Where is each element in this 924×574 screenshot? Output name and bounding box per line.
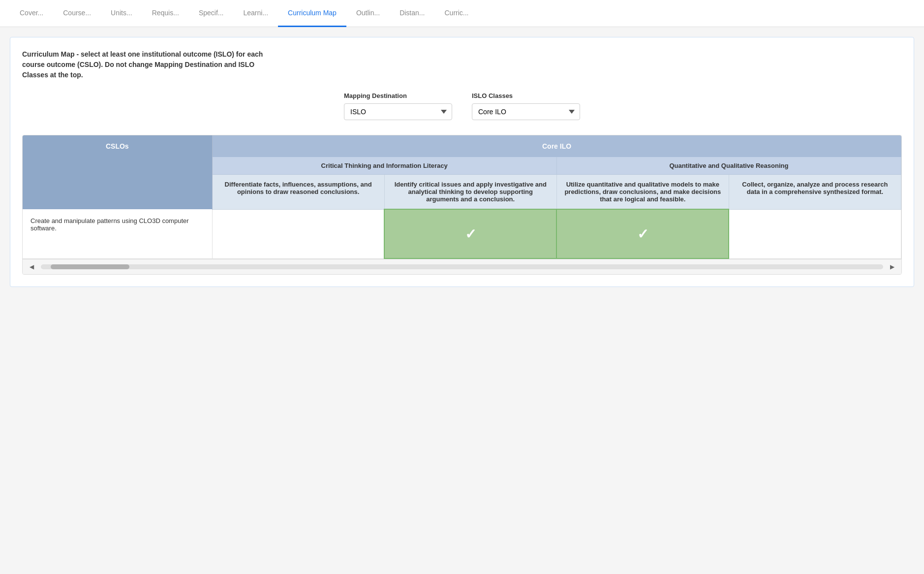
- tab-curriculum-map[interactable]: Curriculum Map: [278, 0, 346, 27]
- dropdowns-row: Mapping Destination ISLO ISLO Classes Co…: [22, 92, 902, 120]
- tab-curric[interactable]: Curric...: [435, 0, 479, 27]
- check-cell-3[interactable]: [729, 209, 901, 258]
- scroll-right-arrow[interactable]: ▶: [887, 262, 897, 271]
- instructions-text: Curriculum Map - select at least one ins…: [22, 49, 268, 80]
- tab-outlin[interactable]: Outlin...: [346, 0, 390, 27]
- scroll-left-arrow[interactable]: ◀: [27, 262, 37, 271]
- curriculum-map-card: Curriculum Map - select at least one ins…: [10, 37, 914, 287]
- th-quantitative-reasoning: Quantitative and Qualitative Reasoning: [556, 157, 901, 175]
- th-desc-3: Collect, organize, analyze and process r…: [729, 175, 901, 210]
- cslo-cell: Create and manipulate patterns using CLO…: [23, 209, 212, 258]
- tab-cover[interactable]: Cover...: [10, 0, 53, 27]
- tab-learni[interactable]: Learni...: [233, 0, 278, 27]
- mapping-destination-label: Mapping Destination: [344, 92, 452, 99]
- scrollbar-thumb[interactable]: [51, 264, 129, 269]
- curriculum-map-table-container: CSLOs Core ILO Critical Thinking and Inf…: [22, 135, 902, 275]
- th-desc-1: Identify critical issues and apply inves…: [384, 175, 556, 210]
- th-desc-0: Differentiate facts, influences, assumpt…: [212, 175, 384, 210]
- tab-units[interactable]: Units...: [101, 0, 142, 27]
- check-cell-0[interactable]: [212, 209, 384, 258]
- th-cslos: CSLOs: [23, 135, 212, 209]
- scrollbar-track[interactable]: [41, 264, 883, 269]
- mapping-destination-group: Mapping Destination ISLO: [344, 92, 452, 120]
- tab-specif[interactable]: Specif...: [189, 0, 234, 27]
- tab-distan[interactable]: Distan...: [390, 0, 434, 27]
- scrollbar-row: ◀ ▶: [23, 259, 901, 274]
- table-row: Create and manipulate patterns using CLO…: [23, 209, 901, 258]
- islo-classes-select[interactable]: Core ILO: [472, 103, 580, 120]
- tab-bar: Cover... Course... Units... Requis... Sp…: [0, 0, 924, 27]
- checkmark-1: ✓: [465, 226, 476, 242]
- tab-course[interactable]: Course...: [53, 0, 101, 27]
- checkmark-2: ✓: [637, 226, 648, 242]
- th-core-ilo: Core ILO: [212, 135, 901, 157]
- islo-classes-label: ISLO Classes: [472, 92, 580, 99]
- curriculum-map-table: CSLOs Core ILO Critical Thinking and Inf…: [23, 135, 901, 259]
- th-desc-2: Utilize quantitative and qualitative mod…: [556, 175, 729, 210]
- tab-requis[interactable]: Requis...: [142, 0, 189, 27]
- th-critical-thinking: Critical Thinking and Information Litera…: [212, 157, 556, 175]
- mapping-destination-select[interactable]: ISLO: [344, 103, 452, 120]
- check-cell-1[interactable]: ✓: [384, 209, 556, 258]
- islo-classes-group: ISLO Classes Core ILO: [472, 92, 580, 120]
- check-cell-2[interactable]: ✓: [556, 209, 729, 258]
- main-content: Curriculum Map - select at least one ins…: [0, 27, 924, 297]
